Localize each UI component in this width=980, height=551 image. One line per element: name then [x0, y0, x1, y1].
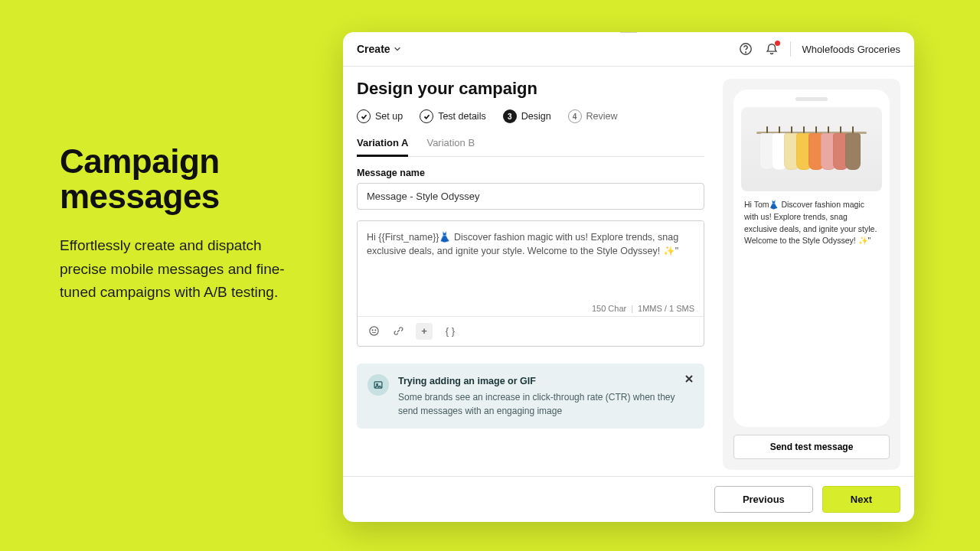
variable-icon[interactable]: { } [443, 324, 457, 338]
preview-panel: Hi Tom👗 Discover fashion magic with us! … [723, 79, 900, 470]
notification-dot-icon [775, 41, 780, 46]
create-label: Create [357, 43, 390, 55]
check-icon [420, 109, 433, 123]
create-dropdown[interactable]: Create [357, 43, 401, 55]
tab-variation-b[interactable]: Variation B [426, 137, 475, 156]
chevron-down-icon [394, 45, 401, 53]
promo-panel: Campaign messages Effortlessly create an… [60, 144, 289, 305]
emoji-icon[interactable] [367, 324, 381, 338]
tip-body-text: Some brands see an increase in click-thr… [398, 390, 694, 418]
link-icon[interactable] [391, 324, 405, 338]
notification-bell-icon[interactable] [764, 41, 779, 57]
add-icon[interactable]: + [416, 323, 433, 340]
step-review[interactable]: 4 Review [568, 109, 618, 123]
message-editor: 150 Char|1MMS / 1 SMS + { } [357, 220, 704, 347]
svg-point-2 [369, 327, 377, 335]
send-test-button[interactable]: Send test message [733, 435, 890, 459]
previous-button[interactable]: Previous [714, 486, 813, 513]
message-toolbar: + { } [358, 316, 704, 346]
tab-variation-a[interactable]: Variation A [357, 137, 408, 157]
svg-point-3 [372, 330, 373, 331]
image-icon [368, 374, 389, 396]
stepper: Set up Test details 3 Design 4 Review [357, 109, 704, 123]
page-title: Design your campaign [357, 79, 704, 99]
variation-tabs: Variation A Variation B [357, 137, 704, 157]
tip-title: Trying adding an image or GIF [398, 374, 694, 389]
help-icon[interactable] [738, 41, 753, 57]
footer-bar: Previous Next [343, 476, 914, 522]
divider [790, 41, 791, 57]
org-name[interactable]: Wholefoods Groceries [802, 44, 900, 55]
message-body-textarea[interactable] [358, 221, 704, 298]
svg-point-1 [746, 52, 746, 53]
step-design[interactable]: 3 Design [503, 109, 551, 123]
check-icon [357, 109, 371, 123]
message-name-input[interactable] [357, 183, 704, 210]
step-setup[interactable]: Set up [357, 109, 403, 123]
message-name-label: Message name [357, 168, 704, 178]
promo-headline: Campaign messages [60, 144, 289, 214]
preview-image [741, 107, 882, 191]
preview-message: Hi Tom👗 Discover fashion magic with us! … [741, 199, 882, 247]
message-meta: 150 Char|1MMS / 1 SMS [358, 301, 704, 316]
phone-notch-icon [795, 97, 828, 101]
next-button[interactable]: Next [822, 486, 900, 513]
phone-preview: Hi Tom👗 Discover fashion magic with us! … [733, 90, 890, 427]
tip-card: Trying adding an image or GIF Some brand… [357, 364, 704, 429]
app-window: Create Wholefoods Groceries Design your … [343, 32, 914, 522]
svg-point-4 [374, 330, 375, 331]
step-test-details[interactable]: Test details [420, 109, 486, 123]
close-icon[interactable] [683, 373, 695, 385]
top-bar: Create Wholefoods Groceries [343, 32, 914, 67]
promo-body: Effortlessly create and dispatch precise… [60, 234, 289, 304]
